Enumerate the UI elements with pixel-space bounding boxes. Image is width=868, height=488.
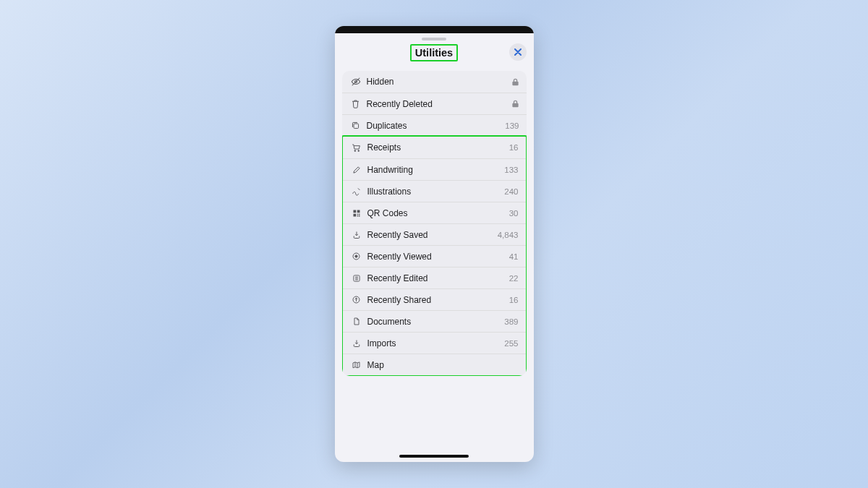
row-label: Recently Shared <box>363 295 509 305</box>
row-count: 4,843 <box>498 231 519 239</box>
cart-icon <box>350 143 363 153</box>
sheet-grabber[interactable] <box>335 33 534 42</box>
row-recently-shared[interactable]: Recently Shared 16 <box>343 288 526 310</box>
row-label: Recently Saved <box>363 230 498 240</box>
row-count: 41 <box>509 252 519 261</box>
row-label: Receipts <box>363 142 509 153</box>
row-label: Hidden <box>362 77 511 87</box>
row-count: 389 <box>504 317 518 326</box>
row-count: 22 <box>509 274 519 283</box>
row-count: 16 <box>509 143 519 152</box>
svg-rect-7 <box>353 213 356 216</box>
row-recently-saved[interactable]: Recently Saved 4,843 <box>343 223 526 245</box>
utilities-list: Hidden Recently Deleted Duplicates 139 <box>342 71 527 376</box>
svg-rect-6 <box>357 210 359 213</box>
svg-point-3 <box>354 150 356 151</box>
svg-rect-5 <box>353 210 356 213</box>
qrcode-icon <box>350 209 363 218</box>
pencil-icon <box>350 166 363 174</box>
device-top-strip <box>335 26 534 33</box>
row-recently-edited[interactable]: Recently Edited 22 <box>343 267 526 288</box>
row-label: Recently Viewed <box>363 252 509 262</box>
row-qr-codes[interactable]: QR Codes 30 <box>343 202 526 223</box>
row-recently-deleted[interactable]: Recently Deleted <box>342 93 527 114</box>
import-tray-icon <box>350 339 363 348</box>
sheet-header: Utilities <box>335 42 534 64</box>
scribble-icon <box>350 187 363 196</box>
row-illustrations[interactable]: Illustrations 240 <box>343 180 526 202</box>
close-icon <box>514 48 522 56</box>
eye-slash-icon <box>349 77 362 87</box>
row-label: Imports <box>363 338 505 348</box>
lock-icon <box>511 78 519 86</box>
map-icon <box>350 361 363 369</box>
home-indicator[interactable] <box>399 455 469 458</box>
title-highlight: Utilities <box>410 44 458 62</box>
edit-square-icon <box>350 274 363 283</box>
trash-icon <box>349 99 362 108</box>
row-count: 133 <box>504 166 518 174</box>
row-recently-viewed[interactable]: Recently Viewed 41 <box>343 245 526 267</box>
row-receipts[interactable]: Receipts 16 <box>343 137 526 158</box>
row-label: QR Codes <box>363 208 509 218</box>
svg-point-13 <box>355 255 357 257</box>
row-map[interactable]: Map <box>343 354 526 375</box>
row-label: Recently Edited <box>363 273 509 283</box>
row-documents[interactable]: Documents 389 <box>343 310 526 332</box>
svg-rect-10 <box>357 215 358 217</box>
close-button[interactable] <box>509 43 527 61</box>
row-label: Duplicates <box>362 121 506 131</box>
highlighted-rows: Receipts 16 Handwriting 133 Illustration… <box>342 135 527 376</box>
row-label: Illustrations <box>363 187 505 197</box>
svg-rect-2 <box>354 124 359 129</box>
row-handwriting[interactable]: Handwriting 133 <box>343 158 526 180</box>
duplicate-icon <box>349 121 362 130</box>
row-count: 139 <box>505 121 519 130</box>
row-label: Documents <box>363 317 505 327</box>
lock-icon <box>511 100 519 108</box>
share-circle-icon <box>350 295 363 304</box>
row-label: Map <box>363 360 519 370</box>
row-label: Handwriting <box>363 165 505 175</box>
document-icon <box>350 317 363 326</box>
row-hidden[interactable]: Hidden <box>342 71 527 93</box>
svg-rect-11 <box>359 213 360 215</box>
phone-frame: Utilities Hidden Recently Deleted <box>335 26 534 462</box>
row-imports[interactable]: Imports 255 <box>343 332 526 354</box>
svg-point-4 <box>358 150 359 151</box>
sheet-title: Utilities <box>415 47 453 59</box>
eye-circle-icon <box>350 252 363 261</box>
row-count: 240 <box>504 187 518 196</box>
row-count: 30 <box>509 209 519 218</box>
row-duplicates[interactable]: Duplicates 139 <box>342 114 527 136</box>
svg-rect-8 <box>357 213 358 215</box>
download-tray-icon <box>350 231 363 239</box>
row-count: 255 <box>504 339 518 348</box>
svg-rect-9 <box>359 215 360 217</box>
row-label: Recently Deleted <box>362 99 511 109</box>
row-count: 16 <box>509 296 519 304</box>
